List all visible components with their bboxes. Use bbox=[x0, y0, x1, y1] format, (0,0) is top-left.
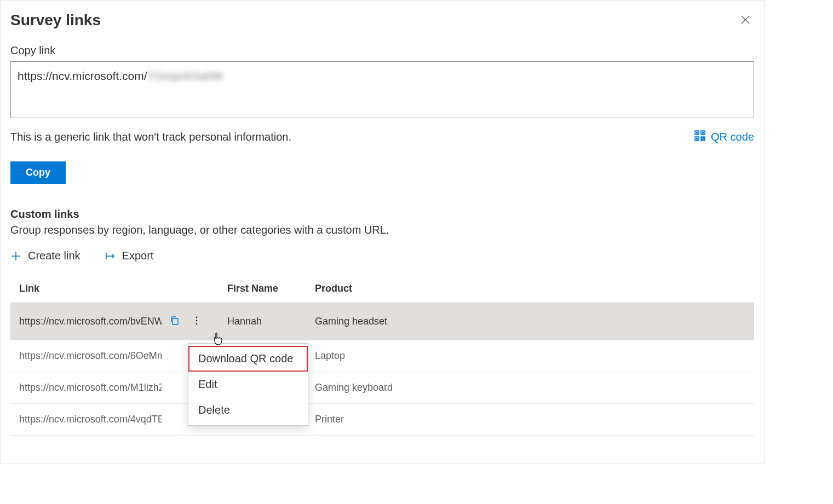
context-menu-item[interactable]: Download QR code bbox=[188, 346, 308, 372]
column-header-first-name[interactable]: First Name bbox=[219, 275, 306, 303]
svg-rect-1 bbox=[697, 132, 698, 134]
link-text: https://ncv.microsoft.com/bvENW bbox=[19, 316, 162, 327]
svg-point-12 bbox=[196, 320, 198, 321]
copy-button[interactable]: Copy bbox=[10, 161, 66, 184]
column-header-product[interactable]: Product bbox=[306, 275, 754, 303]
cell-product: Gaming keyboard bbox=[306, 372, 754, 404]
table-row[interactable]: https://ncv.microsoft.com/4vqdTBGracePri… bbox=[10, 404, 754, 436]
copy-icon bbox=[170, 316, 180, 327]
column-header-link[interactable]: Link bbox=[10, 275, 219, 303]
context-menu-item[interactable]: Edit bbox=[188, 372, 308, 397]
panel-header: Survey links bbox=[10, 11, 754, 44]
custom-links-actions: Create link Export bbox=[10, 250, 754, 262]
svg-rect-6 bbox=[701, 137, 702, 138]
survey-links-panel: Survey links Copy link https://ncv.micro… bbox=[0, 0, 765, 464]
table-header-row: Link First Name Product bbox=[10, 275, 754, 303]
cell-link: https://ncv.microsoft.com/M1llzhZ bbox=[10, 372, 219, 404]
custom-links-title: Custom links bbox=[10, 208, 754, 221]
copy-link-subrow: This is a generic link that won't track … bbox=[10, 128, 754, 146]
context-menu-item[interactable]: Delete bbox=[188, 397, 308, 423]
export-icon bbox=[105, 251, 116, 262]
plus-icon bbox=[10, 251, 21, 262]
close-button[interactable] bbox=[737, 11, 754, 29]
table-row[interactable]: https://ncv.microsoft.com/6OeMmLaptop bbox=[10, 340, 754, 372]
copy-link-field[interactable]: https://ncv.microsoft.com/TGmpnK5a0W bbox=[10, 61, 754, 118]
table-row[interactable]: https://ncv.microsoft.com/bvENWHannahGam… bbox=[10, 303, 754, 340]
qr-code-button[interactable]: QR code bbox=[694, 128, 754, 146]
qr-code-icon bbox=[694, 130, 705, 144]
cell-product: Printer bbox=[306, 404, 754, 436]
row-copy-button[interactable] bbox=[166, 312, 183, 330]
svg-point-11 bbox=[196, 316, 198, 318]
copy-link-label: Copy link bbox=[10, 44, 754, 57]
cell-product: Gaming headset bbox=[306, 303, 754, 340]
link-text: https://ncv.microsoft.com/4vqdTB bbox=[19, 414, 162, 425]
create-link-label: Create link bbox=[28, 250, 81, 262]
export-button[interactable]: Export bbox=[105, 250, 154, 262]
row-context-menu: Download QR codeEditDelete bbox=[188, 343, 308, 426]
svg-rect-7 bbox=[703, 137, 705, 138]
svg-rect-8 bbox=[701, 139, 703, 141]
svg-rect-9 bbox=[704, 140, 705, 141]
cell-link: https://ncv.microsoft.com/bvENW bbox=[10, 303, 219, 340]
cell-link: https://ncv.microsoft.com/6OeMm bbox=[10, 340, 219, 372]
qr-code-label: QR code bbox=[711, 131, 754, 143]
copy-link-value-visible: https://ncv.microsoft.com/ bbox=[18, 69, 147, 82]
svg-rect-3 bbox=[703, 132, 704, 134]
close-icon bbox=[741, 15, 750, 26]
svg-rect-5 bbox=[697, 138, 698, 140]
custom-links-description: Group responses by region, language, or … bbox=[10, 224, 754, 236]
panel-title: Survey links bbox=[10, 11, 101, 29]
cell-link: https://ncv.microsoft.com/4vqdTB bbox=[10, 404, 219, 436]
copy-link-description: This is a generic link that won't track … bbox=[10, 131, 291, 143]
link-text: https://ncv.microsoft.com/6OeMm bbox=[19, 350, 162, 362]
link-text: https://ncv.microsoft.com/M1llzhZ bbox=[19, 382, 162, 393]
custom-links-table: Link First Name Product https://ncv.micr… bbox=[10, 275, 754, 436]
row-more-button[interactable] bbox=[188, 312, 205, 330]
create-link-button[interactable]: Create link bbox=[10, 250, 81, 262]
copy-link-value-obscured: TGmpnK5a0W bbox=[147, 69, 223, 82]
table-row[interactable]: https://ncv.microsoft.com/M1llzhZGaming … bbox=[10, 372, 754, 404]
more-vertical-icon bbox=[192, 316, 202, 327]
svg-point-13 bbox=[196, 323, 198, 325]
cell-first-name: Hannah bbox=[219, 303, 306, 340]
svg-rect-10 bbox=[173, 318, 178, 325]
cell-product: Laptop bbox=[306, 340, 754, 372]
table-body: https://ncv.microsoft.com/bvENWHannahGam… bbox=[10, 303, 754, 436]
export-label: Export bbox=[122, 250, 154, 262]
